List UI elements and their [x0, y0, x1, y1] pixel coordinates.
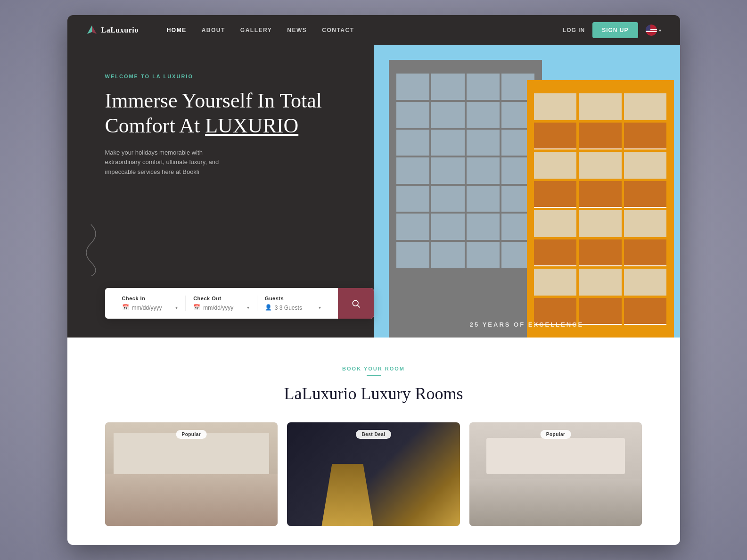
- check-out-field: Check Out 📅 ▾: [186, 296, 257, 311]
- room-badge-1: Popular: [176, 430, 206, 439]
- check-out-input-row: 📅 ▾: [193, 304, 249, 311]
- navbar: LaLuxurio HOME ABOUT GALLERY NEWS CONTAC…: [67, 15, 680, 45]
- excellence-badge: 25 YEARS OF EXCELLENCE: [470, 321, 583, 328]
- hero-title: Immerse Yourself In Total Comfort At LUX…: [105, 89, 350, 139]
- check-out-chevron-icon: ▾: [247, 305, 249, 310]
- flag-icon: [646, 25, 657, 36]
- hero-title-line2: Comfort At: [105, 114, 205, 137]
- signup-button[interactable]: SIGN UP: [592, 22, 638, 38]
- guests-chevron-icon: ▾: [319, 305, 321, 310]
- decorative-squiggle: [77, 220, 105, 276]
- rooms-section-label: BOOK YOUR ROOM: [105, 366, 642, 371]
- checkout-calendar-icon: 📅: [193, 304, 200, 311]
- room-card-1[interactable]: Popular: [105, 422, 278, 526]
- lang-chevron-icon: ▾: [659, 28, 661, 33]
- nav-links: HOME ABOUT GALLERY NEWS CONTACT: [167, 27, 563, 33]
- logo-icon: [86, 25, 98, 36]
- windows-gray: [396, 74, 534, 323]
- section-divider: [367, 375, 381, 376]
- language-selector[interactable]: ▾: [646, 25, 661, 36]
- nav-gallery[interactable]: GALLERY: [240, 27, 272, 33]
- svg-rect-4: [646, 31, 657, 32]
- room-card-3[interactable]: Popular: [469, 422, 642, 526]
- room-card-2[interactable]: Best Deal: [287, 422, 460, 526]
- windows-orange: [534, 93, 666, 325]
- login-button[interactable]: LOG IN: [563, 27, 585, 33]
- hero-subtitle: Make your holidays memorable with extrao…: [105, 148, 237, 177]
- booking-form: Check In 📅 ▾ Check Out 📅 ▾: [105, 288, 374, 319]
- svg-line-7: [357, 305, 360, 307]
- svg-rect-5: [646, 25, 650, 31]
- rooms-grid: Popular Best Deal Popular: [105, 422, 642, 526]
- search-icon: [351, 299, 361, 308]
- check-in-label: Check In: [122, 296, 178, 301]
- check-in-input[interactable]: [132, 305, 173, 311]
- form-fields: Check In 📅 ▾ Check Out 📅 ▾: [105, 288, 338, 319]
- guests-icon: 👤: [265, 304, 272, 311]
- room-badge-3: Popular: [541, 430, 571, 439]
- nav-right: LOG IN SIGN UP ▾: [563, 22, 661, 38]
- rooms-section: BOOK YOUR ROOM LaLuxurio Luxury Rooms Po…: [67, 338, 680, 545]
- nav-news[interactable]: NEWS: [287, 27, 307, 33]
- check-in-field: Check In 📅 ▾: [115, 296, 186, 311]
- building-orange: [527, 80, 674, 338]
- hero-section: WELCOME TO LA LUXURIO Immerse Yourself I…: [67, 45, 680, 338]
- svg-marker-0: [87, 25, 92, 34]
- building-gray: [389, 60, 542, 338]
- guests-field: Guests 👤 ▾: [257, 296, 328, 311]
- guests-input[interactable]: [275, 305, 316, 311]
- hero-image: 25 YEARS OF EXCELLENCE: [374, 45, 680, 338]
- logo[interactable]: LaLuxurio: [86, 25, 139, 36]
- svg-point-6: [353, 300, 358, 306]
- nav-contact[interactable]: CONTACT: [322, 27, 354, 33]
- search-button[interactable]: [338, 288, 374, 319]
- rooms-section-title: LaLuxurio Luxury Rooms: [105, 384, 642, 404]
- brand-name: LaLuxurio: [101, 26, 139, 34]
- guests-label: Guests: [265, 296, 321, 301]
- check-in-input-row: 📅 ▾: [122, 304, 178, 311]
- svg-marker-1: [92, 25, 97, 34]
- calendar-icon: 📅: [122, 304, 129, 311]
- room-badge-2: Best Deal: [356, 430, 391, 439]
- check-out-label: Check Out: [193, 296, 249, 301]
- nav-home[interactable]: HOME: [167, 27, 187, 33]
- hero-title-brand: LUXURIO: [205, 114, 298, 137]
- check-out-input[interactable]: [203, 305, 244, 311]
- browser-window: LaLuxurio HOME ABOUT GALLERY NEWS CONTAC…: [67, 15, 680, 545]
- hero-title-line1: Immerse Yourself In Total: [105, 89, 322, 112]
- welcome-label: WELCOME TO LA LUXURIO: [105, 74, 350, 79]
- check-in-chevron-icon: ▾: [175, 305, 178, 310]
- guests-input-row: 👤 ▾: [265, 304, 321, 311]
- nav-about[interactable]: ABOUT: [202, 27, 225, 33]
